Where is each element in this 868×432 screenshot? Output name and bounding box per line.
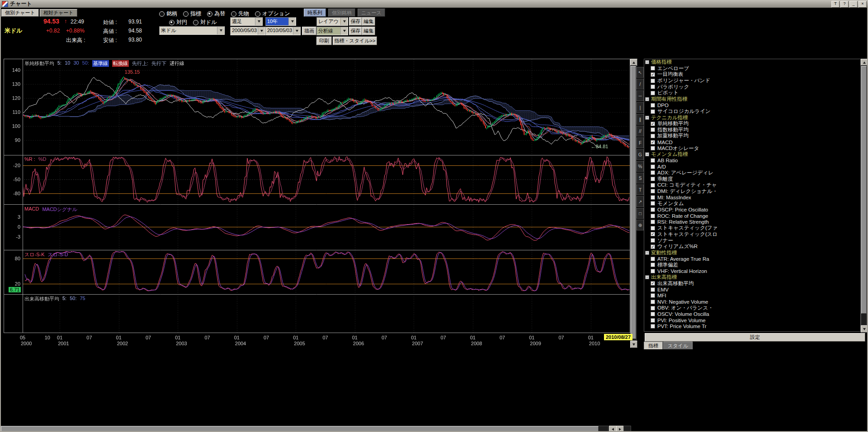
horizontal-line-tool[interactable]: ─ <box>637 90 644 101</box>
dropdown-arrow-icon[interactable] <box>255 18 262 25</box>
indicator-checkbox[interactable] <box>651 195 655 200</box>
indicator-checkbox[interactable] <box>651 85 655 89</box>
indicator-group[interactable]: -価格指標 <box>644 59 860 66</box>
tab-relative-chart[interactable]: 相対チャート <box>40 9 77 17</box>
range-select[interactable]: 10年 <box>265 17 296 26</box>
indicator-item[interactable]: OSCP: Price Oscillato <box>644 207 860 213</box>
indicator-item[interactable]: DPO <box>644 102 860 108</box>
indicator-item[interactable]: CCI: コモディティ・チャ <box>644 182 860 188</box>
trendline-tool[interactable]: / <box>637 79 644 89</box>
indicator-checkbox[interactable] <box>651 318 655 323</box>
cycle-line-tool[interactable]: S <box>637 173 644 183</box>
indicator-checkbox[interactable]: ✓ <box>651 122 655 126</box>
help-button[interactable]: ? <box>840 1 849 8</box>
sidebar-tab-スタイル[interactable]: スタイル <box>663 342 693 349</box>
sidebar-tab-指標[interactable]: 指標 <box>644 342 663 349</box>
indicator-checkbox[interactable] <box>651 207 655 212</box>
dropdown-arrow-icon[interactable] <box>340 27 348 35</box>
indicator-checkbox[interactable] <box>651 226 655 230</box>
indicator-item[interactable]: EMV <box>644 286 860 293</box>
indicator-checkbox[interactable] <box>651 183 655 188</box>
collapse-icon[interactable]: - <box>645 60 649 64</box>
zoom-tool[interactable]: ⊕ <box>637 220 644 230</box>
indicator-item[interactable]: PVT: Price Volume Tr <box>644 324 860 330</box>
dropdown-arrow-icon[interactable] <box>340 18 348 25</box>
indicator-item[interactable]: 加重移動平均 <box>644 133 860 139</box>
indicator-item[interactable]: RSI: Relative Strength <box>644 219 860 225</box>
indicator-checkbox[interactable]: ✓ <box>651 281 655 286</box>
parallel-lines-tool[interactable]: ∥ <box>637 114 644 125</box>
analysis-save-button[interactable]: 保存 <box>349 27 362 35</box>
fibonacci-tool[interactable]: F <box>637 137 644 148</box>
indicator-checkbox[interactable] <box>651 324 655 329</box>
indicator-checkbox[interactable] <box>651 164 655 169</box>
indicator-group[interactable]: -モメンタム指標 <box>644 151 860 158</box>
indicator-checkbox[interactable] <box>651 263 655 267</box>
indicator-checkbox[interactable] <box>651 201 655 206</box>
indicator-style-panel-button[interactable]: 指標・スタイル>> <box>333 37 377 45</box>
layout-select[interactable]: レイアウト <box>316 17 348 26</box>
pin-button[interactable]: T <box>831 1 840 8</box>
indicator-checkbox[interactable] <box>651 158 655 163</box>
print-button[interactable]: 印刷 <box>316 37 332 45</box>
indicator-item[interactable]: サイコロジカルライン <box>644 108 860 115</box>
scroll-thumb[interactable] <box>631 66 636 339</box>
indicator-checkbox[interactable] <box>651 238 655 243</box>
indicator-group[interactable]: -テクニカル指標 <box>644 114 860 121</box>
market-radio-オプション[interactable]: オプション <box>255 10 290 18</box>
indicator-item[interactable]: OSCV: Volume Oscilla <box>644 311 860 317</box>
indicator-checkbox[interactable] <box>651 109 655 114</box>
layout-save-button[interactable]: 保存 <box>349 17 362 26</box>
collapse-icon[interactable]: - <box>645 97 649 101</box>
minimize-button[interactable]: _ <box>849 1 858 8</box>
analysis-edit-button[interactable]: 編集 <box>362 27 375 35</box>
indicator-checkbox[interactable] <box>651 293 655 298</box>
indicator-item[interactable]: MACDオシレータ <box>644 145 860 151</box>
tab-individual-chart[interactable]: 個別チャート <box>1 9 39 17</box>
market-radio-為替[interactable]: 為替 <box>207 10 225 18</box>
chart-plot-area[interactable] <box>4 59 630 347</box>
indicator-item[interactable]: A/D <box>644 164 860 170</box>
indicator-item[interactable]: MI: MassIndex <box>644 194 860 201</box>
text-annotation-tool[interactable]: T <box>637 184 644 195</box>
indicator-item[interactable]: ✓一目均衡表 <box>644 71 860 78</box>
indicator-item[interactable]: AB Ratio <box>644 158 860 164</box>
button-時系列[interactable]: 時系列 <box>304 9 326 17</box>
indicator-checkbox[interactable] <box>651 306 655 310</box>
pair-radio-対ドル[interactable]: 対ドル <box>193 19 217 26</box>
indicator-group[interactable]: -期間有用性指標 <box>644 96 860 103</box>
indicator-item[interactable]: MFI <box>644 293 860 299</box>
indicator-group[interactable]: -変動性指標 <box>644 249 860 256</box>
indicator-item[interactable]: ATR: Average True Ra <box>644 256 860 262</box>
indicator-checkbox[interactable] <box>651 103 655 108</box>
indicator-checkbox[interactable] <box>651 146 655 150</box>
collapse-icon[interactable]: - <box>645 275 649 279</box>
indicator-item[interactable]: ✓単純移動平均 <box>644 121 860 127</box>
indicator-item[interactable]: VHF: Vertical Horizon <box>644 268 860 274</box>
collapse-icon[interactable]: - <box>645 152 649 156</box>
indicator-item[interactable]: 標準偏差 <box>644 262 860 268</box>
select-tool[interactable]: ↖ <box>637 67 644 78</box>
scroll-down-button[interactable] <box>630 341 637 348</box>
indicator-checkbox[interactable] <box>651 257 655 261</box>
indicator-item[interactable]: ✓MACD <box>644 139 860 146</box>
settings-button[interactable]: 設定 <box>645 333 865 342</box>
market-radio-指標[interactable]: 指標 <box>183 10 201 18</box>
indicator-checkbox[interactable]: ✓ <box>651 140 655 145</box>
vertical-line-tool[interactable]: | <box>637 102 644 113</box>
analysis-line-select[interactable]: 分析線 <box>316 27 348 35</box>
indicator-item[interactable]: OBV: オン・バランス・ <box>644 305 860 311</box>
indicator-item[interactable]: ピボット <box>644 90 860 96</box>
indicator-checkbox[interactable] <box>651 170 655 175</box>
dropdown-arrow-icon[interactable] <box>258 27 265 35</box>
close-button[interactable]: × <box>859 1 867 8</box>
channel-tool[interactable]: // <box>637 126 644 136</box>
date-from-select[interactable]: 2000/05/03 <box>230 27 265 35</box>
indicator-checkbox[interactable] <box>651 79 655 83</box>
indicator-checkbox[interactable]: ✓ <box>651 244 655 249</box>
pair-radio-対円[interactable]: 対円 <box>169 19 187 26</box>
indicator-item[interactable]: ボリンジャー・バンド <box>644 78 860 84</box>
layout-edit-button[interactable]: 編集 <box>362 17 375 26</box>
symbol-select[interactable]: 米ドル <box>159 26 225 35</box>
indicator-item[interactable]: ROC: Rate of Change <box>644 213 860 219</box>
